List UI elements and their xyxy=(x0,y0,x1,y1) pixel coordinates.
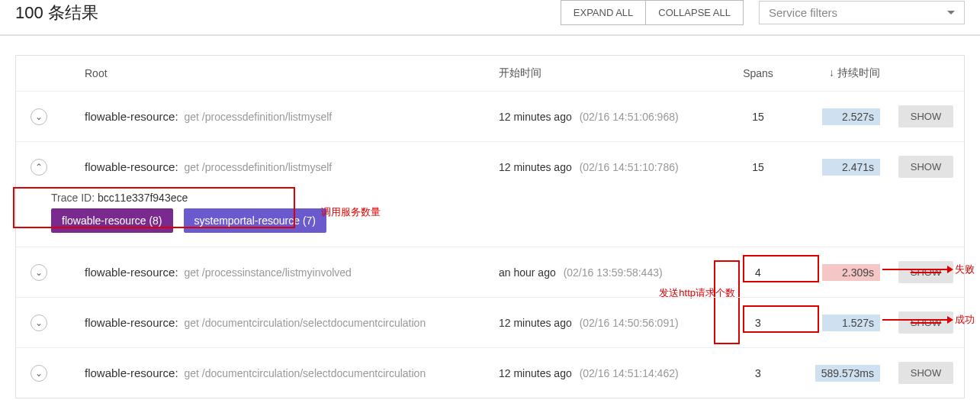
show-button[interactable]: SHOW xyxy=(898,105,953,127)
timestamp: (02/16 13:59:58:443) xyxy=(564,266,663,279)
duration-bar: 2.309s xyxy=(822,264,880,281)
time-ago: an hour ago xyxy=(499,266,556,279)
header-duration[interactable]: 持续时间 xyxy=(829,66,880,79)
collapse-toggle[interactable]: ⌃ xyxy=(31,159,47,176)
annotation-arrow xyxy=(882,269,947,270)
service-name: flowable-resource: xyxy=(85,110,178,123)
header-start-time[interactable]: 开始时间 xyxy=(499,66,728,80)
time-ago: 12 minutes ago xyxy=(499,367,572,379)
trace-detail: Trace ID: bcc11e337f943ece flowable-reso… xyxy=(16,192,964,247)
service-tags: flowable-resource (8) systemportal-resou… xyxy=(51,208,964,233)
service-tag[interactable]: systemportal-resource (7) xyxy=(184,208,327,233)
duration-bar: 2.471s xyxy=(822,159,880,176)
show-button[interactable]: SHOW xyxy=(898,362,953,384)
service-tag[interactable]: flowable-resource (8) xyxy=(51,208,173,233)
header-root[interactable]: Root xyxy=(62,67,499,79)
table-row: ⌄ flowable-resource: get /documentcircul… xyxy=(16,347,964,398)
service-name: flowable-resource: xyxy=(85,160,178,173)
collapse-all-button[interactable]: COLLAPSE ALL xyxy=(645,0,744,25)
trace-id-value: bcc11e337f943ece xyxy=(98,192,188,204)
operation-name: get /processinstance/listmyinvolved xyxy=(184,266,351,279)
traces-panel: Root 开始时间 Spans 持续时间 ⌄ flowable-resource… xyxy=(15,55,965,398)
table-header: Root 开始时间 Spans 持续时间 xyxy=(16,56,964,91)
timestamp: (02/16 14:50:56:091) xyxy=(580,317,679,329)
service-name: flowable-resource: xyxy=(85,316,178,329)
timestamp: (02/16 14:51:06:968) xyxy=(580,111,679,123)
timestamp: (02/16 14:51:10:786) xyxy=(580,161,679,173)
service-filters-label: Service filters xyxy=(769,6,837,19)
spans-count: 15 xyxy=(752,111,764,123)
expand-toggle[interactable]: ⌄ xyxy=(31,365,47,382)
show-button[interactable]: SHOW xyxy=(898,261,953,283)
time-ago: 12 minutes ago xyxy=(499,111,572,123)
result-count: 100 条结果 xyxy=(15,2,561,24)
time-ago: 12 minutes ago xyxy=(499,161,572,173)
operation-name: get /documentcirculation/selectdocumentc… xyxy=(184,317,426,329)
operation-name: get /processdefinition/listmyself xyxy=(184,161,332,173)
timestamp: (02/16 14:51:14:462) xyxy=(580,367,679,379)
operation-name: get /documentcirculation/selectdocumentc… xyxy=(184,367,426,379)
expand-toggle[interactable]: ⌄ xyxy=(31,315,47,331)
table-row: ⌃ flowable-resource: get /processdefinit… xyxy=(16,141,964,192)
show-button[interactable]: SHOW xyxy=(898,311,953,334)
trace-id-label: Trace ID: xyxy=(51,192,95,204)
top-bar: 100 条结果 EXPAND ALL COLLAPSE ALL Service … xyxy=(0,0,980,36)
service-name: flowable-resource: xyxy=(85,266,178,279)
duration-bar: 1.527s xyxy=(822,315,880,331)
duration-bar: 589.573ms xyxy=(815,365,880,382)
header-spans[interactable]: Spans xyxy=(728,67,789,79)
table-row: ⌄ flowable-resource: get /documentcircul… xyxy=(16,297,964,347)
expand-all-button[interactable]: EXPAND ALL xyxy=(561,0,647,25)
spans-count: 3 xyxy=(755,367,761,379)
spans-count: 4 xyxy=(755,266,761,279)
table-row: ⌄ flowable-resource: get /processinstanc… xyxy=(16,247,964,297)
table-row: ⌄ flowable-resource: get /processdefinit… xyxy=(16,91,964,141)
spans-count: 3 xyxy=(755,317,761,329)
annotation-arrow xyxy=(882,319,947,321)
service-name: flowable-resource: xyxy=(85,366,178,379)
caret-down-icon xyxy=(947,11,955,15)
expand-toggle[interactable]: ⌄ xyxy=(31,108,47,125)
service-filters-dropdown[interactable]: Service filters xyxy=(759,1,965,24)
duration-bar: 2.527s xyxy=(822,108,880,125)
expand-toggle[interactable]: ⌄ xyxy=(31,264,47,281)
time-ago: 12 minutes ago xyxy=(499,317,572,329)
operation-name: get /processdefinition/listmyself xyxy=(184,111,332,123)
show-button[interactable]: SHOW xyxy=(898,156,953,178)
spans-count: 15 xyxy=(752,161,764,173)
